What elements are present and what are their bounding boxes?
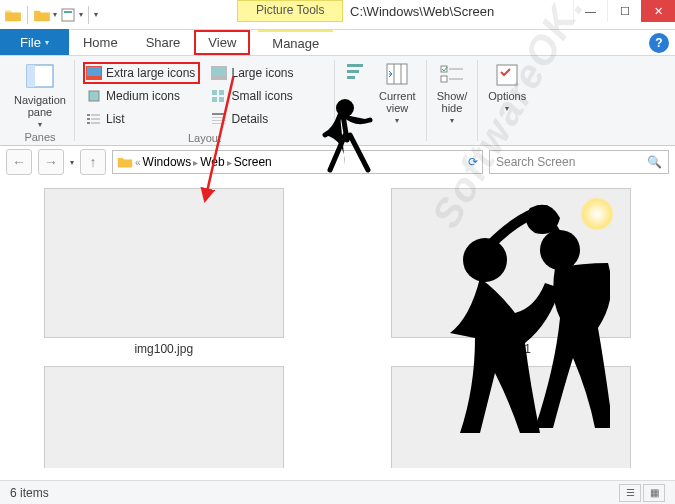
ribbon-label: Options — [488, 90, 526, 102]
svg-rect-32 — [449, 78, 463, 80]
svg-rect-8 — [89, 91, 99, 101]
chevron-down-icon: ▾ — [505, 104, 509, 113]
list-icon — [86, 112, 102, 126]
window-title: C:\Windows\Web\Screen — [350, 4, 494, 19]
layout-label: Details — [231, 112, 268, 126]
svg-rect-21 — [212, 120, 226, 121]
file-item[interactable] — [20, 366, 308, 468]
tab-manage[interactable]: Manage — [258, 30, 333, 55]
search-placeholder: Search Screen — [496, 155, 575, 169]
item-count: 6 items — [10, 486, 49, 500]
tab-file[interactable]: File — [0, 29, 69, 55]
breadcrumb-segment[interactable]: Web — [200, 155, 224, 169]
refresh-icon[interactable]: ⟳ — [468, 155, 478, 169]
options-button[interactable]: Options ▾ — [484, 60, 530, 115]
title-bar: ▾ ▾ ▾ Picture Tools C:\Windows\Web\Scree… — [0, 0, 675, 30]
back-button[interactable]: ← — [6, 149, 32, 175]
chevron-down-icon: ▾ — [395, 116, 399, 125]
file-name: img101 — [492, 342, 531, 356]
details-view-button[interactable]: ☰ — [619, 484, 641, 502]
svg-rect-7 — [212, 67, 226, 76]
group-show-hide: Show/ hide ▾ — [427, 60, 479, 141]
chevron-down-icon[interactable]: ▾ — [79, 10, 83, 19]
search-input[interactable]: Search Screen 🔍 — [489, 150, 669, 174]
navigation-pane-icon — [25, 62, 55, 92]
file-item[interactable]: img101 — [368, 188, 656, 356]
window-controls: — ☐ ✕ — [573, 0, 675, 22]
svg-rect-30 — [449, 68, 463, 70]
svg-rect-31 — [441, 76, 447, 82]
svg-rect-20 — [212, 117, 226, 118]
properties-icon[interactable] — [59, 6, 77, 24]
layout-list[interactable]: List — [83, 108, 201, 130]
svg-rect-19 — [212, 113, 226, 115]
layout-label: Small icons — [231, 89, 292, 103]
breadcrumb-segment[interactable]: Windows — [143, 155, 192, 169]
thumbnail-icon — [44, 366, 284, 468]
sort-by-button[interactable] — [341, 60, 369, 127]
svg-rect-12 — [219, 97, 224, 102]
chevron-right-icon[interactable]: ▸ — [227, 157, 232, 168]
qat-customize-icon[interactable]: ▾ — [94, 10, 98, 19]
show-hide-button[interactable]: Show/ hide ▾ — [433, 60, 472, 127]
chevron-right-icon[interactable]: « — [135, 157, 141, 168]
svg-rect-1 — [64, 11, 72, 13]
layout-large-icons[interactable]: Large icons — [208, 62, 326, 84]
tab-home[interactable]: Home — [69, 30, 132, 55]
tab-share[interactable]: Share — [132, 30, 195, 55]
items-view[interactable]: img100.jpg img101 — [0, 178, 675, 468]
svg-rect-18 — [91, 122, 100, 124]
svg-rect-10 — [219, 90, 224, 95]
current-view-button[interactable]: Current view ▾ — [375, 60, 420, 127]
ribbon: Navigation pane ▾ Panes Extra large icon… — [0, 56, 675, 146]
svg-rect-5 — [87, 67, 101, 76]
close-button[interactable]: ✕ — [641, 0, 675, 22]
details-icon — [211, 112, 227, 126]
maximize-button[interactable]: ☐ — [607, 0, 641, 22]
svg-rect-22 — [212, 123, 226, 124]
minimize-button[interactable]: — — [573, 0, 607, 22]
layout-medium-icons[interactable]: Medium icons — [83, 85, 201, 107]
file-item[interactable] — [368, 366, 656, 468]
search-icon: 🔍 — [647, 155, 662, 169]
svg-rect-11 — [212, 97, 217, 102]
svg-rect-13 — [87, 114, 90, 116]
thumbnail-icon — [391, 366, 631, 468]
breadcrumb[interactable]: « Windows ▸ Web ▸ Screen ⟳ — [112, 150, 483, 174]
svg-rect-14 — [91, 114, 100, 116]
layout-small-icons[interactable]: Small icons — [208, 85, 326, 107]
thumbnail-icon — [391, 188, 631, 338]
layout-label: Large icons — [231, 66, 293, 80]
folder-icon[interactable] — [33, 6, 51, 24]
help-icon[interactable]: ? — [649, 33, 669, 53]
navigation-pane-button[interactable]: Navigation pane ▾ — [12, 60, 68, 131]
group-options: Options ▾ — [478, 60, 536, 141]
svg-rect-23 — [347, 64, 363, 67]
svg-rect-33 — [497, 65, 517, 85]
thumbnails-view-button[interactable]: ▦ — [643, 484, 665, 502]
layout-details[interactable]: Details — [208, 108, 326, 130]
layout-extra-large-icons[interactable]: Extra large icons — [83, 62, 201, 84]
ribbon-label: Current view — [379, 90, 416, 114]
address-bar-row: ← → ▾ ↑ « Windows ▸ Web ▸ Screen ⟳ Searc… — [0, 146, 675, 178]
breadcrumb-segment[interactable]: Screen — [234, 155, 272, 169]
checkbox-list-icon — [439, 62, 465, 88]
group-panes: Navigation pane ▾ Panes — [6, 60, 75, 141]
svg-rect-24 — [347, 70, 359, 73]
quick-access-toolbar: ▾ ▾ ▾ — [0, 6, 102, 24]
forward-button[interactable]: → — [38, 149, 64, 175]
history-dropdown-icon[interactable]: ▾ — [70, 158, 74, 167]
svg-rect-16 — [91, 118, 100, 120]
svg-rect-15 — [87, 118, 90, 120]
group-label-layout: Layout — [81, 132, 328, 146]
columns-icon — [385, 62, 409, 88]
chevron-down-icon[interactable]: ▾ — [53, 10, 57, 19]
file-name: img100.jpg — [134, 342, 193, 356]
file-item[interactable]: img100.jpg — [20, 188, 308, 356]
chevron-right-icon[interactable]: ▸ — [193, 157, 198, 168]
up-button[interactable]: ↑ — [80, 149, 106, 175]
tab-view[interactable]: View — [194, 30, 250, 55]
svg-rect-3 — [27, 65, 35, 87]
group-layout: Extra large icons Large icons Medium ico… — [75, 60, 335, 141]
context-tab-picture-tools: Picture Tools — [237, 0, 343, 22]
